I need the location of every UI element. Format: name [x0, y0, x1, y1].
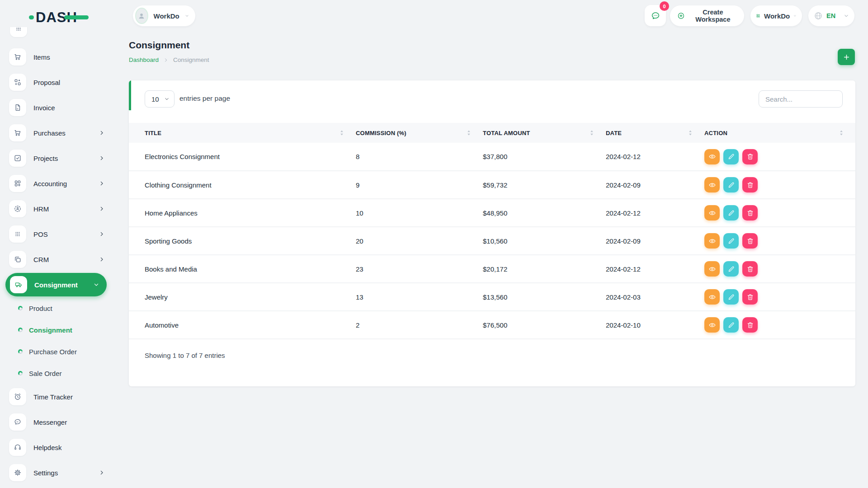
view-button[interactable] [704, 205, 720, 221]
create-workspace-button[interactable]: Create Workspace [670, 5, 744, 26]
truck-icon [10, 276, 27, 293]
sidebar-item-crm[interactable]: CRM [0, 247, 113, 272]
sidebar-item-items[interactable]: Items [0, 44, 113, 70]
sort-icon[interactable] [590, 130, 594, 136]
trash-icon [746, 237, 754, 245]
delete-button[interactable] [742, 233, 758, 249]
pencil-icon [727, 209, 735, 217]
column-header-date[interactable]: DATE [606, 123, 704, 143]
eye-icon [708, 237, 716, 245]
delete-button[interactable] [742, 149, 758, 164]
chevron-right-icon [99, 256, 105, 263]
topbar: DASH WorkDo 0 Create Workspace WorkDo EN [0, 0, 868, 27]
language-selector[interactable]: EN [808, 5, 854, 26]
sidebar-item-time-tracker[interactable]: Time Tracker [0, 384, 113, 409]
sidebar-item-consignment[interactable]: Consignment [5, 273, 107, 296]
edit-button[interactable] [723, 317, 739, 333]
column-header-commission[interactable]: COMMISSION (%) [356, 123, 483, 143]
delete-button[interactable] [742, 317, 758, 333]
eye-icon [708, 321, 716, 329]
column-header-total-amount[interactable]: TOTAL AMOUNT [483, 123, 606, 143]
messages-button[interactable]: 0 [645, 5, 666, 26]
edit-button[interactable] [723, 261, 739, 277]
trash-icon [746, 181, 754, 189]
cell-total: $76,500 [483, 311, 606, 339]
chevron-right-icon [99, 155, 105, 161]
view-button[interactable] [704, 261, 720, 277]
edit-button[interactable] [723, 149, 739, 164]
sidebar-item-invoice[interactable]: Invoice [0, 95, 113, 120]
edit-button[interactable] [723, 205, 739, 221]
consignment-table-card: 10 entries per page TITLE COMMISSION (%)… [129, 80, 855, 386]
app-logo[interactable]: DASH [29, 8, 92, 26]
table-row: Automotive 2 $76,500 2024-02-10 [129, 311, 855, 339]
consignment-table: TITLE COMMISSION (%) TOTAL AMOUNT DATE A… [129, 123, 855, 339]
chevron-down-icon [185, 13, 189, 19]
cell-total: $10,560 [483, 227, 606, 255]
sidebar-item-hrm[interactable]: HRM [0, 196, 113, 221]
eye-icon [708, 181, 716, 189]
chat-icon [651, 11, 660, 21]
table-row: Books and Media 23 $20,172 2024-02-12 [129, 255, 855, 283]
sidebar-item-helpdesk[interactable]: Helpdesk [0, 435, 113, 460]
column-header-action[interactable]: ACTION [704, 123, 855, 143]
sort-icon[interactable] [688, 130, 693, 136]
delete-button[interactable] [742, 289, 758, 305]
view-button[interactable] [704, 233, 720, 249]
delete-button[interactable] [742, 261, 758, 277]
breadcrumb-dashboard-link[interactable]: Dashboard [129, 56, 159, 63]
edit-button[interactable] [723, 233, 739, 249]
sidebar-subitem-consignment[interactable]: Consignment [0, 319, 113, 341]
sidebar-subitem-sale-order[interactable]: Sale Order [0, 362, 113, 384]
delete-button[interactable] [742, 177, 758, 192]
workspace-selector[interactable]: WorkDo [133, 5, 195, 26]
entries-per-page-select[interactable]: 10 [145, 90, 175, 108]
edit-button[interactable] [723, 289, 739, 305]
sidebar-item-label: CRM [33, 256, 49, 263]
cell-total: $20,172 [483, 255, 606, 283]
view-button[interactable] [704, 177, 720, 192]
sidebar-item-accounting[interactable]: Accounting [0, 171, 113, 196]
sidebar-subitem-product[interactable]: Product [0, 297, 113, 319]
bullet-icon [18, 328, 23, 332]
grid-plus-icon [756, 12, 760, 20]
logo-accent [29, 15, 34, 19]
sort-icon[interactable] [340, 130, 344, 136]
sidebar-item-label: Time Tracker [33, 393, 73, 401]
cell-title: Books and Media [129, 255, 356, 283]
sidebar-item-label: Proposal [33, 79, 60, 86]
delete-button[interactable] [742, 205, 758, 221]
sidebar-item-pos[interactable]: POS [0, 221, 113, 247]
chevron-right-icon [99, 180, 105, 187]
cell-total: $37,800 [483, 143, 606, 171]
view-button[interactable] [704, 289, 720, 305]
sidebar-item-proposal[interactable]: Proposal [0, 70, 113, 95]
eye-icon [708, 153, 716, 160]
sidebar-subitem-purchase-order[interactable]: Purchase Order [0, 341, 113, 362]
sidebar-item-messenger[interactable]: Messenger [0, 409, 113, 435]
table-header-row: TITLE COMMISSION (%) TOTAL AMOUNT DATE A… [129, 123, 855, 143]
sidebar-item-label: Purchases [33, 129, 66, 137]
sidebar-item-settings[interactable]: Settings [0, 460, 113, 485]
sort-icon[interactable] [839, 130, 844, 136]
sidebar-item-label: Projects [33, 155, 58, 162]
clipped-menu-icon [10, 27, 27, 37]
view-button[interactable] [704, 317, 720, 333]
entries-per-page-label: entries per page [179, 94, 230, 103]
view-button[interactable] [704, 149, 720, 164]
add-consignment-button[interactable] [838, 49, 855, 65]
chevron-right-icon [99, 130, 105, 136]
column-header-title[interactable]: TITLE [129, 123, 356, 143]
bullet-icon [18, 306, 23, 310]
messages-badge: 0 [660, 1, 669, 11]
sidebar-item-purchases[interactable]: Purchases [0, 120, 113, 145]
company-menu-button[interactable]: WorkDo [750, 5, 802, 26]
chevron-down-icon [93, 282, 99, 288]
cell-date: 2024-02-09 [606, 171, 704, 199]
sidebar-item-projects[interactable]: Projects [0, 145, 113, 171]
cell-commission: 8 [356, 143, 483, 171]
edit-button[interactable] [723, 177, 739, 192]
search-input[interactable] [759, 90, 843, 108]
breadcrumb-current: Consignment [173, 56, 209, 63]
sort-icon[interactable] [467, 130, 471, 136]
